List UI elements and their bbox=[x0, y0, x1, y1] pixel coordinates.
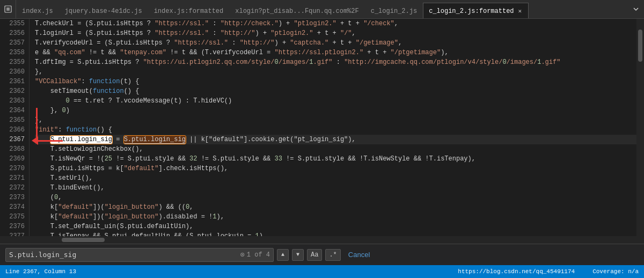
code-line: T.checkUrl = (S.ptui.isHttps ? "https://… bbox=[35, 19, 636, 28]
line-number: 2367 bbox=[2, 135, 25, 144]
editor-main: 2355235623572358235923602361236223632364… bbox=[0, 19, 644, 236]
line-number: 2360 bbox=[2, 67, 25, 77]
line-number: 2370 bbox=[2, 164, 25, 173]
tab-label: jquery.base-4e1dc.js bbox=[65, 8, 142, 15]
line-number: 2361 bbox=[2, 77, 25, 86]
code-line: k["default"])("login_button").disabled =… bbox=[35, 212, 636, 222]
code-line: }, 0) bbox=[35, 106, 636, 115]
line-number: 2372 bbox=[2, 183, 25, 193]
code-line: }, bbox=[35, 67, 636, 77]
tab-label: c_login_2.js:formatted bbox=[429, 8, 514, 15]
line-number: 2362 bbox=[2, 86, 25, 96]
editor-wrapper: 2355235623572358235923602361236223632364… bbox=[0, 19, 644, 244]
tab-index-js[interactable]: index.js bbox=[16, 3, 59, 19]
search-match-current: S.ptui.login_sig bbox=[50, 136, 112, 144]
search-count: 1 of 4 bbox=[247, 251, 270, 259]
code-line: T.isNewQr = !(25 != S.ptui.style && 32 !… bbox=[35, 154, 636, 164]
line-number: 2377 bbox=[2, 231, 25, 236]
code-line: k["default"])("login_button") && ((0, bbox=[35, 202, 636, 212]
code-content[interactable]: T.checkUrl = (S.ptui.isHttps ? "https://… bbox=[30, 19, 636, 236]
scrollbar-thumb-h[interactable] bbox=[62, 238, 105, 242]
status-coverage: Coverage: n/a bbox=[592, 268, 639, 275]
line-number: 2356 bbox=[2, 28, 25, 38]
code-line: (0, bbox=[35, 193, 636, 202]
tab-c-login-2-js[interactable]: c_login_2.js bbox=[365, 3, 423, 19]
cancel-search-button[interactable]: Cancel bbox=[344, 251, 374, 259]
line-number: 2368 bbox=[2, 144, 25, 154]
code-line: T.setUrl(), bbox=[35, 173, 636, 183]
search-next-button[interactable]: ▼ bbox=[292, 249, 304, 261]
line-number: 2373 bbox=[2, 193, 25, 202]
line-number: 2375 bbox=[2, 212, 25, 222]
code-line: T.dftImg = S.ptui.isHttps ? "https://ui.… bbox=[35, 57, 636, 67]
match-case-button[interactable]: Aa bbox=[307, 249, 322, 261]
code-line: T.loginUrl = (S.ptui.isHttps ? "https://… bbox=[35, 28, 636, 38]
line-number: 2363 bbox=[2, 96, 25, 106]
status-position: Line 2367, Column 13 bbox=[5, 268, 76, 275]
tab-bar: index.js jquery.base-4e1dc.js index.js:f… bbox=[0, 0, 644, 19]
scrollbar-thumb-v[interactable] bbox=[638, 30, 642, 62]
code-line: S.ptui.isHttps = k["default"].check.isHt… bbox=[35, 164, 636, 173]
line-number: 2371 bbox=[2, 173, 25, 183]
search-match: S.ptui.login_sig bbox=[124, 136, 186, 144]
code-line: S.ptui.login_sig = S.ptui.login_sig || k… bbox=[35, 135, 636, 144]
search-input-wrap[interactable]: ⊗ 1 of 4 bbox=[5, 248, 274, 262]
search-bar: ⊗ 1 of 4 ▲ ▼ Aa .* Cancel bbox=[0, 244, 644, 265]
tab-xlogin[interactable]: xlogin?pt_disab...Fqun.qq.com%2F bbox=[229, 3, 364, 19]
search-clear-icon[interactable]: ⊗ bbox=[238, 250, 246, 259]
line-numbers: 2355235623572358235923602361236223632364… bbox=[0, 19, 30, 236]
code-line: e && "qq.com" != t && "tenpay.com" != t … bbox=[35, 48, 636, 57]
code-line: 0 == t.ret ? T.vcodeMessage(t) : T.hideV… bbox=[35, 96, 636, 106]
tab-label: xlogin?pt_disab...Fqun.qq.com%2F bbox=[235, 8, 358, 15]
tab-overflow-icon[interactable] bbox=[628, 0, 644, 18]
tab-index-js-formatted[interactable]: index.js:formatted bbox=[148, 3, 230, 19]
code-line: T.set_default_uin(S.ptui.defaultUin), bbox=[35, 222, 636, 231]
tab-label: index.js bbox=[22, 8, 53, 15]
search-prev-button[interactable]: ▲ bbox=[277, 249, 289, 261]
status-bar: Line 2367, Column 13 https://blog.csdn.n… bbox=[0, 265, 644, 278]
status-right: https://blog.csdn.net/qq_45491174 Covera… bbox=[458, 268, 639, 275]
tab-label: index.js:formatted bbox=[154, 8, 224, 15]
search-input[interactable] bbox=[9, 251, 238, 259]
line-number: 2365 bbox=[2, 115, 25, 125]
code-line: }, bbox=[35, 115, 636, 125]
tab-c-login-2-formatted[interactable]: c_login_2.js:formatted ✕ bbox=[423, 3, 529, 19]
line-number: 2357 bbox=[2, 38, 25, 48]
line-number: 2366 bbox=[2, 125, 25, 135]
code-line: T.bindEvent(), bbox=[35, 183, 636, 193]
close-tab-button[interactable]: ✕ bbox=[517, 7, 523, 15]
horizontal-scrollbar[interactable] bbox=[0, 236, 644, 244]
line-number: 2374 bbox=[2, 202, 25, 212]
line-number: 2359 bbox=[2, 57, 25, 67]
regex-button[interactable]: .* bbox=[325, 249, 340, 261]
vertical-scrollbar[interactable] bbox=[636, 19, 644, 236]
line-number: 2358 bbox=[2, 48, 25, 57]
code-line: T.setLowloginCheckbox(), bbox=[35, 144, 636, 154]
code-line: T.isTenpay && S.ptui.defaultUin && (S.pt… bbox=[35, 231, 636, 236]
code-line: "init": function() { bbox=[35, 125, 636, 135]
line-number: 2364 bbox=[2, 106, 25, 115]
line-number: 2369 bbox=[2, 154, 25, 164]
code-line: T.verifycodeUrl = (S.ptui.isHttps ? "htt… bbox=[35, 38, 636, 48]
line-number: 2376 bbox=[2, 222, 25, 231]
tab-label: c_login_2.js bbox=[371, 8, 417, 15]
code-line: "VCCallback": function(t) { bbox=[35, 77, 636, 86]
code-line: setTimeout(function() { bbox=[35, 86, 636, 96]
line-number: 2355 bbox=[2, 19, 25, 28]
tab-bar-left-icon bbox=[0, 0, 16, 18]
status-url: https://blog.csdn.net/qq_45491174 bbox=[458, 268, 575, 275]
tab-jquery-base[interactable]: jquery.base-4e1dc.js bbox=[59, 3, 148, 19]
